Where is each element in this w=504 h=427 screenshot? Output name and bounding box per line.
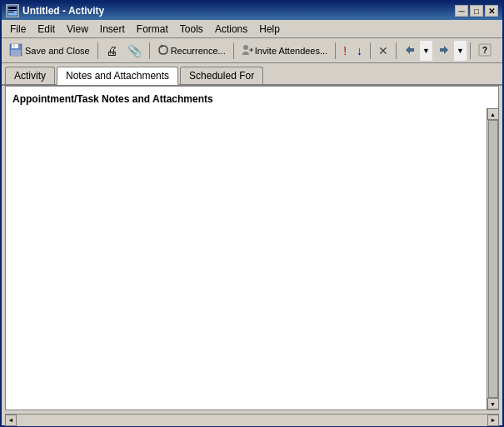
delete-icon: ✕ xyxy=(378,44,388,57)
maximize-button[interactable]: □ xyxy=(470,5,483,17)
save-icon xyxy=(9,43,22,58)
content-body[interactable]: ▲ ▼ xyxy=(6,108,498,410)
tabs-container: Activity Notes and Attachments Scheduled… xyxy=(2,63,502,86)
prev-dropdown-button[interactable]: ▼ xyxy=(420,41,432,61)
scroll-thumb[interactable] xyxy=(488,120,498,398)
importance-high-button[interactable]: ! xyxy=(339,41,351,61)
tab-notes[interactable]: Notes and Attachments xyxy=(57,67,178,85)
save-close-button[interactable]: Save and Close xyxy=(5,41,94,61)
print-icon: 🖨 xyxy=(106,44,117,57)
invite-icon xyxy=(242,44,253,57)
next-dropdown-icon: ▼ xyxy=(457,47,464,55)
importance-low-button[interactable]: ↓ xyxy=(352,41,367,61)
close-button[interactable]: ✕ xyxy=(485,5,498,17)
menu-edit[interactable]: Edit xyxy=(32,22,60,37)
recurrence-icon xyxy=(157,44,169,57)
next-button[interactable] xyxy=(434,41,454,61)
svg-text:?: ? xyxy=(482,46,487,55)
menu-insert[interactable]: Insert xyxy=(95,22,130,37)
separator-4 xyxy=(335,42,336,59)
prev-nav-group: ▼ xyxy=(400,41,432,61)
horizontal-scrollbar[interactable]: ◄ ► xyxy=(5,414,499,425)
prev-dropdown-icon: ▼ xyxy=(422,47,430,55)
menu-help[interactable]: Help xyxy=(254,22,285,37)
scroll-down-button[interactable]: ▼ xyxy=(487,398,499,410)
tab-scheduled[interactable]: Scheduled For xyxy=(180,67,263,84)
content-area: Appointment/Task Notes and Attachments ▲… xyxy=(5,86,499,410)
tab-notes-label: Notes and Attachments xyxy=(66,70,169,82)
importance-low-icon: ↓ xyxy=(357,44,362,57)
prev-icon xyxy=(404,44,416,57)
print-button[interactable]: 🖨 xyxy=(102,41,122,61)
save-close-label: Save and Close xyxy=(25,46,90,56)
separator-5 xyxy=(370,42,371,59)
title-buttons: ─ □ ✕ xyxy=(455,5,498,17)
tab-activity-label: Activity xyxy=(14,70,46,82)
separator-7 xyxy=(470,42,471,59)
main-window: Untitled - Activity ─ □ ✕ File Edit View… xyxy=(0,0,504,427)
attachment-icon: 📎 xyxy=(127,44,142,57)
window-title: Untitled - Activity xyxy=(22,5,104,17)
menu-file[interactable]: File xyxy=(5,22,31,37)
svg-rect-3 xyxy=(8,12,14,12)
svg-rect-1 xyxy=(8,7,17,9)
help-toolbar-button[interactable]: ? xyxy=(474,41,496,61)
attach-button[interactable]: 📎 xyxy=(123,41,146,61)
svg-rect-6 xyxy=(13,44,15,47)
content-header: Appointment/Task Notes and Attachments xyxy=(6,87,498,108)
scroll-right-button[interactable]: ► xyxy=(487,415,499,426)
separator-2 xyxy=(149,42,150,59)
scroll-up-button[interactable]: ▲ xyxy=(487,108,499,120)
title-bar: Untitled - Activity ─ □ ✕ xyxy=(2,2,502,20)
menu-format[interactable]: Format xyxy=(132,22,173,37)
menu-tools[interactable]: Tools xyxy=(175,22,208,37)
svg-rect-7 xyxy=(11,50,21,56)
recurrence-button[interactable]: Recurrence... xyxy=(153,41,230,61)
next-dropdown-button[interactable]: ▼ xyxy=(454,41,467,61)
separator-3 xyxy=(233,42,234,59)
tab-activity[interactable]: Activity xyxy=(5,67,55,84)
minimize-button[interactable]: ─ xyxy=(455,5,468,17)
svg-marker-9 xyxy=(406,46,414,54)
delete-button[interactable]: ✕ xyxy=(374,41,392,61)
importance-high-icon: ! xyxy=(343,44,347,57)
separator-1 xyxy=(97,42,98,59)
svg-point-8 xyxy=(243,45,248,50)
window-icon xyxy=(6,4,19,17)
next-icon xyxy=(438,44,450,57)
toolbar: Save and Close 🖨 📎 Recurrence... xyxy=(2,38,502,63)
vertical-scrollbar[interactable]: ▲ ▼ xyxy=(487,108,498,410)
help-icon: ? xyxy=(478,43,492,58)
svg-rect-2 xyxy=(8,10,17,11)
svg-marker-10 xyxy=(440,46,448,54)
invite-button[interactable]: Invite Attendees... xyxy=(237,41,332,61)
next-nav-group: ▼ xyxy=(434,41,467,61)
menu-actions[interactable]: Actions xyxy=(210,22,252,37)
invite-label: Invite Attendees... xyxy=(255,46,327,56)
menu-view[interactable]: View xyxy=(62,22,93,37)
separator-6 xyxy=(396,42,397,59)
scroll-left-button[interactable]: ◄ xyxy=(5,415,17,426)
title-bar-left: Untitled - Activity xyxy=(6,4,104,17)
prev-button[interactable] xyxy=(400,41,420,61)
h-scroll-track xyxy=(17,415,487,426)
tab-scheduled-label: Scheduled For xyxy=(189,70,254,82)
recurrence-label: Recurrence... xyxy=(171,46,226,56)
menu-bar: File Edit View Insert Format Tools Actio… xyxy=(2,20,502,38)
